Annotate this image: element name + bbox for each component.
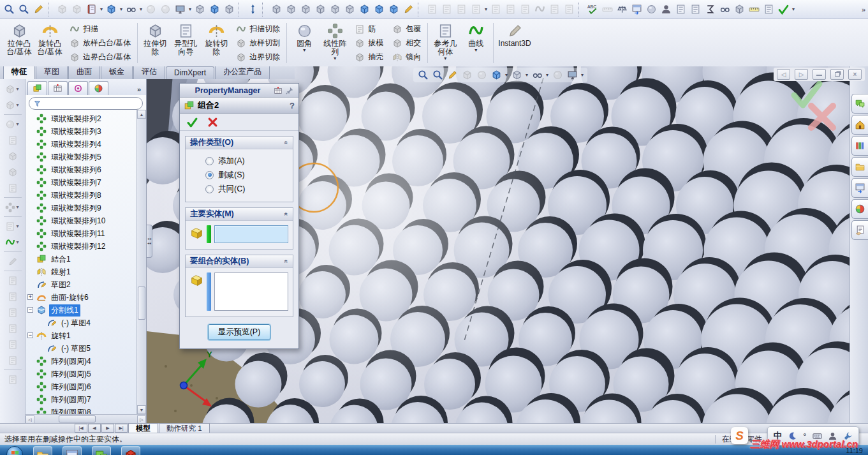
dropdown-arrow-icon[interactable]: ▾ [15, 223, 20, 229]
dropdown-arrow-icon[interactable]: ▾ [15, 102, 20, 108]
tab-评估[interactable]: 评估 [133, 64, 165, 79]
radio-button[interactable] [205, 157, 214, 165]
collapse-left-button[interactable]: ◁ [777, 69, 790, 80]
tree-item[interactable]: 環狀複製排列7 [26, 176, 146, 189]
bodies-to-combine-header[interactable]: 要组合的实体(B) « [186, 255, 293, 268]
view-right[interactable] [313, 2, 328, 17]
shell-button[interactable]: 抽壳 [352, 50, 386, 64]
tree-expander-icon[interactable]: + [27, 294, 33, 300]
dropdown-arrow-icon[interactable]: ▾ [545, 72, 550, 78]
tree-item[interactable]: 環狀複製排列3 [26, 125, 146, 138]
deviation-analysis[interactable] [717, 2, 732, 17]
vcr-button[interactable]: |◀ [75, 424, 87, 433]
property-manager-titlebar[interactable]: PropertyManager [180, 84, 298, 98]
tree-expander-icon[interactable]: − [27, 332, 33, 338]
collapse-chevron-icon[interactable]: « [283, 260, 290, 264]
intersect-button[interactable]: 相交 [390, 36, 423, 50]
tab-DimXpert[interactable]: DimXpert [166, 66, 214, 79]
tree-item[interactable]: (-) 草图5 [26, 342, 146, 355]
view-back[interactable] [284, 2, 298, 17]
tree-item[interactable]: −旋转1 [26, 329, 146, 342]
tab-钣金[interactable]: 钣金 [101, 64, 133, 79]
draft-analysis[interactable] [732, 2, 747, 17]
displaymanager-tab[interactable] [89, 81, 108, 95]
show-preview-button[interactable]: 显示预览(P) [208, 324, 271, 340]
dropdown-arrow-icon[interactable]: ▾ [334, 56, 336, 61]
linear-pattern-button[interactable]: 线性阵 列▾ [320, 20, 350, 66]
main-body-selection-field[interactable] [214, 225, 288, 243]
vcr-button[interactable]: ◀ [88, 424, 101, 433]
dropdown-arrow-icon[interactable]: ▾ [504, 72, 509, 78]
tree-item[interactable]: 環狀複製排列9 [26, 202, 146, 214]
dropdown-arrow-icon[interactable]: ▾ [303, 48, 305, 53]
scroll-down-arrow[interactable]: ▼ [137, 405, 146, 414]
tree-item[interactable]: 環狀複製排列11 [26, 227, 146, 240]
vcr-button[interactable]: ▶ [101, 424, 114, 433]
scroll-up-arrow[interactable]: ▲ [137, 110, 146, 119]
tree-item[interactable]: 環狀複製排列2 [26, 112, 146, 125]
tree-vertical-scrollbar[interactable]: ▲ ▼ [136, 110, 146, 414]
tree-item[interactable]: 阵列(圆周)5 [26, 368, 146, 380]
cancel-button[interactable] [207, 117, 218, 128]
fillet-button[interactable]: 圆角▾ [289, 20, 320, 66]
display-style[interactable] [510, 68, 524, 83]
view-isometric[interactable] [357, 2, 372, 17]
radio-button[interactable] [205, 185, 214, 193]
tree-item[interactable]: 阵列(圆周)8 [26, 406, 146, 414]
rib-button[interactable]: 筋 [352, 22, 386, 36]
dropdown-arrow-icon[interactable]: ▾ [99, 6, 104, 12]
thickness-analysis[interactable] [747, 2, 761, 17]
bodies-selection-list[interactable] [214, 272, 288, 311]
compare-documents[interactable] [761, 2, 776, 17]
hidden-lines-display[interactable] [222, 2, 237, 17]
model-tab[interactable]: 動作研究 1 [159, 423, 210, 433]
check-active-doc[interactable] [688, 2, 703, 17]
tree-horizontal-scrollbar[interactable]: ◁ ▷ [26, 414, 146, 423]
tree-item[interactable]: 結合1 [26, 253, 146, 265]
zoom-to-fit[interactable] [416, 68, 430, 83]
tab-草图[interactable]: 草图 [36, 64, 68, 79]
app-window[interactable] [63, 446, 82, 455]
lofted-cut-button[interactable]: 放样切割 [233, 36, 283, 50]
tree-item[interactable]: 鏡射1 [26, 265, 146, 278]
restore-button[interactable] [830, 69, 844, 80]
propertymanager-tab[interactable] [48, 81, 68, 95]
hole-wizard-button[interactable]: 异型孔 向导 [170, 20, 201, 66]
pin-icon[interactable] [284, 86, 295, 95]
hide-show-items[interactable] [124, 2, 138, 17]
zoom-window[interactable] [2, 2, 17, 17]
draw-3d[interactable] [401, 2, 416, 17]
scene-settings[interactable] [173, 2, 188, 17]
select-stylus[interactable] [31, 2, 46, 17]
tab-办公室产品[interactable]: 办公室产品 [215, 64, 270, 79]
boundary-boss-base-button[interactable]: 边界凸台/基体 [67, 50, 133, 64]
tree-item[interactable]: (-) 草图4 [26, 317, 146, 329]
dropdown-arrow-icon[interactable]: ▾ [474, 48, 477, 53]
tree-item[interactable]: 環狀複製排列12 [26, 240, 146, 253]
minimize-button[interactable] [813, 69, 826, 80]
radio-button-selected[interactable] [205, 171, 214, 179]
windows-explorer[interactable] [33, 446, 52, 455]
tree-item[interactable]: 環狀複製排列6 [26, 163, 146, 176]
revolved-boss-base-button[interactable]: 旋转凸 台/基体 [34, 20, 65, 66]
dropdown-arrow-icon[interactable]: ▾ [483, 6, 489, 12]
tree-item[interactable]: 草图2 [26, 278, 146, 291]
revolved-cut-button[interactable]: 旋转切 除 [201, 20, 232, 66]
tab-特征[interactable]: 特征 [3, 64, 35, 79]
close-button[interactable]: × [848, 69, 862, 80]
tree-item[interactable]: 阵列(圆周)6 [26, 380, 146, 393]
view-dimetric[interactable] [372, 2, 386, 17]
tree-item[interactable]: +曲面-旋转6 [26, 291, 146, 304]
dropdown-arrow-icon[interactable]: ▾ [188, 6, 193, 12]
dropdown-arrow-icon[interactable]: ▾ [138, 6, 143, 12]
view-palette-tab[interactable] [851, 178, 868, 198]
instant3d-button[interactable]: Instant3D [496, 20, 533, 66]
curves-button[interactable]: 曲线▾ [460, 20, 491, 66]
magnified-selection[interactable] [445, 68, 459, 83]
view-orientation-anchor[interactable] [246, 2, 260, 17]
swept-cut-button[interactable]: 扫描切除 [233, 22, 283, 36]
view-orientation[interactable] [489, 68, 503, 83]
mass-properties[interactable] [615, 2, 629, 17]
draft-button[interactable]: 拔模 [352, 36, 386, 50]
section-properties[interactable] [629, 2, 644, 17]
